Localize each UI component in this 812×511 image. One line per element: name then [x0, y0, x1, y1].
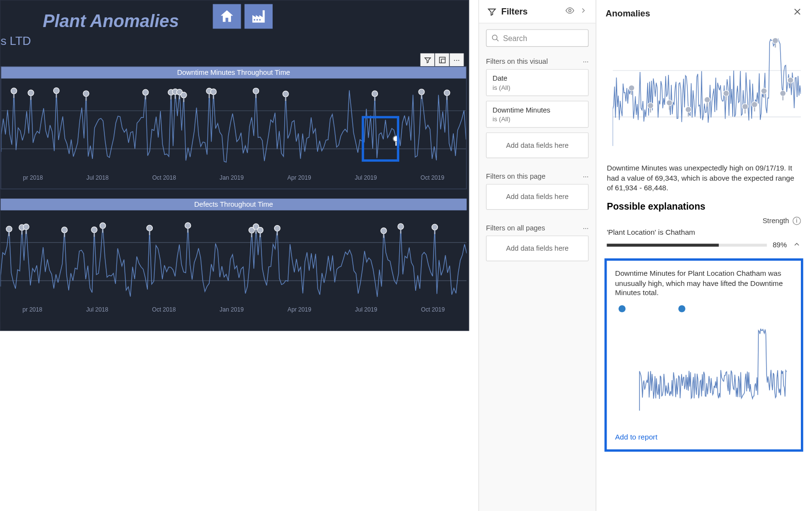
svg-point-9 — [83, 91, 89, 97]
filter-section-more[interactable]: ··· — [583, 224, 589, 232]
x-label: Oct 2019 — [420, 174, 444, 181]
chart-title: Defects Throughout Time — [0, 199, 466, 210]
x-label: Jul 2018 — [86, 306, 108, 312]
defects-chart[interactable]: Defects Throughout Time pr 2018 Jul 2018… — [0, 199, 466, 322]
svg-point-77 — [667, 100, 672, 106]
svg-point-5 — [28, 90, 34, 96]
svg-point-73 — [629, 85, 635, 91]
filter-section-title: Filters on this page — [486, 172, 546, 181]
filter-section-more[interactable]: ··· — [583, 172, 589, 181]
ellipsis-icon: ··· — [453, 56, 460, 64]
svg-point-67 — [432, 224, 437, 230]
info-icon[interactable]: i — [793, 216, 801, 225]
svg-point-47 — [91, 227, 97, 233]
svg-point-61 — [275, 226, 280, 231]
svg-point-45 — [61, 227, 67, 233]
x-label: Jul 2019 — [355, 306, 377, 312]
x-label: Oct 2018 — [152, 306, 176, 312]
filters-visibility-toggle[interactable] — [565, 6, 574, 17]
add-fields-drop-page[interactable]: Add data fields here — [486, 184, 589, 210]
x-label: Apr 2019 — [288, 306, 311, 312]
add-to-report-link[interactable]: Add to report — [615, 433, 793, 441]
svg-point-7 — [54, 88, 59, 94]
filters-search-input[interactable]: Search — [486, 29, 589, 47]
eye-icon — [565, 6, 574, 15]
x-axis-labels: pr 2018 Jul 2018 Oct 2018 Jan 2019 Apr 2… — [1, 174, 466, 181]
svg-point-59 — [257, 227, 263, 233]
strength-label: Strength — [763, 216, 789, 225]
visual-filter-button[interactable] — [420, 53, 435, 66]
home-icon — [218, 8, 235, 25]
filter-section-title: Filters on all pages — [486, 224, 545, 232]
chevron-right-icon — [579, 6, 587, 14]
visual-focus-button[interactable] — [435, 53, 449, 66]
svg-point-51 — [146, 225, 152, 231]
svg-point-89 — [761, 88, 767, 94]
svg-point-63 — [381, 228, 387, 234]
explanation-text: Downtime Minutes for Plant Location Chat… — [615, 269, 793, 298]
svg-point-23 — [211, 89, 217, 95]
svg-point-29 — [372, 91, 377, 97]
legend-dot — [619, 305, 626, 312]
add-fields-drop-all[interactable]: Add data fields here — [486, 236, 589, 261]
filters-expand-button[interactable] — [579, 6, 587, 16]
svg-point-93 — [780, 90, 786, 96]
svg-point-3 — [11, 88, 17, 94]
explanations-heading: Possible explanations — [596, 200, 812, 216]
strength-percent: 89% — [773, 241, 787, 249]
funnel-icon — [423, 56, 431, 64]
svg-point-49 — [100, 223, 106, 228]
factory-icon — [250, 8, 267, 25]
explanation-label: 'Plant Location' is Chatham — [596, 228, 812, 240]
svg-rect-0 — [439, 57, 445, 63]
x-label: Jul 2018 — [87, 174, 109, 181]
nav-home-button[interactable] — [213, 4, 241, 28]
report-canvas: Plant Anomalies s LTD ··· — [0, 0, 478, 511]
strength-fill — [607, 243, 719, 246]
chevron-up-icon — [793, 240, 801, 248]
filter-card-date[interactable]: Date is (All) — [486, 69, 589, 96]
legend — [615, 305, 793, 312]
svg-point-19 — [181, 92, 187, 98]
svg-point-70 — [493, 35, 497, 40]
search-icon — [491, 34, 499, 42]
explanation-collapse-button[interactable] — [793, 240, 801, 250]
svg-point-39 — [6, 226, 12, 232]
svg-point-35 — [444, 90, 450, 96]
search-placeholder: Search — [503, 34, 527, 43]
svg-point-43 — [23, 224, 29, 230]
x-label: pr 2018 — [22, 306, 42, 312]
svg-point-83 — [723, 90, 729, 96]
svg-point-33 — [419, 89, 424, 95]
add-fields-drop-visual[interactable]: Add data fields here — [486, 132, 589, 158]
explanation-chart[interactable] — [615, 317, 793, 423]
filter-field-value: is (All) — [493, 115, 582, 123]
x-label: Oct 2018 — [152, 174, 176, 181]
x-axis-labels: pr 2018 Jul 2018 Oct 2018 Jan 2019 Apr 2… — [0, 306, 466, 312]
x-label: Jul 2019 — [355, 174, 377, 181]
blank-area — [0, 331, 469, 507]
anomalies-close-button[interactable] — [793, 7, 802, 19]
visual-more-button[interactable]: ··· — [450, 53, 464, 66]
filter-field-name: Downtime Minutes — [493, 106, 582, 114]
x-label: Jan 2019 — [219, 174, 244, 181]
downtime-chart[interactable]: Downtime Minutes Throughout Time pr 2018… — [0, 66, 466, 189]
svg-point-81 — [704, 97, 710, 102]
nav-factory-button[interactable] — [245, 4, 273, 28]
svg-point-91 — [772, 38, 778, 43]
x-label: pr 2018 — [23, 174, 43, 181]
page-subtitle: s LTD — [0, 35, 31, 48]
filter-card-downtime[interactable]: Downtime Minutes is (All) — [486, 101, 589, 128]
close-icon — [793, 7, 802, 16]
explanation-card: Downtime Minutes for Plant Location Chat… — [605, 258, 803, 452]
svg-point-95 — [787, 77, 793, 83]
x-label: Jan 2019 — [219, 306, 244, 312]
filter-section-more[interactable]: ··· — [583, 57, 589, 66]
filter-section-title: Filters on this visual — [486, 57, 548, 66]
chart-title: Downtime Minutes Throughout Time — [1, 67, 466, 78]
x-label: Oct 2019 — [421, 306, 445, 312]
filters-pane: Filters Search Filters on this visual ··… — [478, 0, 596, 511]
legend-dot — [678, 305, 685, 312]
anomaly-overview-chart[interactable] — [596, 27, 812, 161]
filter-field-name: Date — [493, 74, 582, 83]
